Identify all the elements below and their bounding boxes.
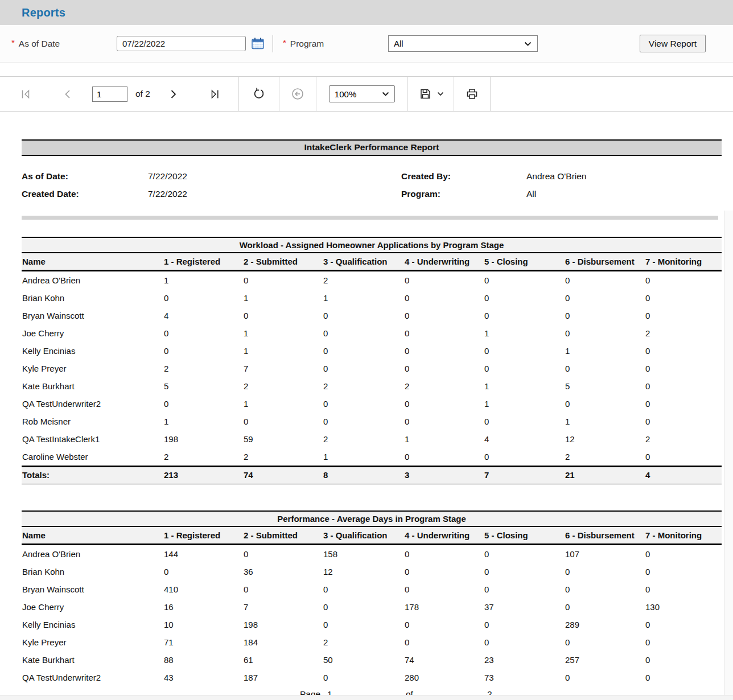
value-cell: 0 <box>645 395 722 413</box>
required-asterisk: * <box>11 38 15 47</box>
value-cell: 1 <box>484 395 565 413</box>
report-title: IntakeClerk Performance Report <box>22 139 722 156</box>
program-label-text: Program <box>290 39 324 49</box>
value-cell: 0 <box>565 633 645 651</box>
value-cell: 37 <box>484 598 565 616</box>
value-cell: 257 <box>565 651 645 669</box>
value-cell: 1 <box>243 324 323 342</box>
first-page-icon[interactable] <box>17 83 34 105</box>
value-cell: 0 <box>484 413 565 430</box>
value-cell: 61 <box>243 651 323 669</box>
table-row: Joe Cherry0100102 <box>22 324 722 342</box>
calendar-icon[interactable] <box>251 37 265 50</box>
value-cell: 2 <box>323 377 404 395</box>
as-of-date-label: * As of Date <box>11 39 117 49</box>
table-row: Kyle Preyer2700000 <box>22 360 722 377</box>
performance-header-row: Name1 - Registered2 - Submitted3 - Quali… <box>22 527 722 545</box>
value-cell: 74 <box>404 651 484 669</box>
name-cell: Kate Burkhart <box>22 377 163 395</box>
totals-value: 8 <box>323 467 404 484</box>
page-number-input[interactable] <box>92 87 127 102</box>
column-header: 1 - Registered <box>163 527 243 545</box>
program-select-value: All <box>394 39 403 48</box>
app-window: Reports * As of Date * Program All Vie <box>0 0 733 700</box>
as-of-date-input[interactable] <box>117 36 246 51</box>
name-cell: Kate Burkhart <box>22 651 163 669</box>
name-cell: Kelly Encinias <box>22 616 163 633</box>
vertical-scrollbar[interactable] <box>724 211 733 695</box>
value-cell: 0 <box>323 324 404 342</box>
totals-value: 3 <box>404 467 484 484</box>
program-select[interactable]: All <box>388 35 538 52</box>
page-title: Reports <box>22 6 65 19</box>
view-report-button[interactable]: View Report <box>640 35 706 52</box>
page-header: Reports <box>0 0 733 25</box>
value-cell: 0 <box>243 271 323 290</box>
value-cell: 0 <box>163 563 243 580</box>
value-cell: 0 <box>645 545 722 563</box>
column-header: 7 - Monitoring <box>645 253 722 271</box>
value-cell: 289 <box>565 616 645 633</box>
name-cell: QA TestUnderwriter2 <box>22 395 163 413</box>
value-cell: 36 <box>243 563 323 580</box>
value-cell: 0 <box>484 448 565 467</box>
workload-table: Name1 - Registered2 - Submitted3 - Quali… <box>22 253 722 484</box>
value-cell: 59 <box>243 430 323 448</box>
value-cell: 0 <box>645 342 722 360</box>
name-cell: Joe Cherry <box>22 598 163 616</box>
value-cell: 0 <box>323 413 404 430</box>
horizontal-scrollbar[interactable] <box>0 695 733 700</box>
name-cell: Brian Kohn <box>22 563 163 580</box>
table-row: Andrea O'Brien1020000 <box>22 271 722 290</box>
program-label: * Program <box>283 39 388 49</box>
value-cell: 0 <box>484 271 565 290</box>
value-cell: 2 <box>565 448 645 467</box>
value-cell: 0 <box>645 669 722 686</box>
name-cell: Bryan Wainscott <box>22 580 163 598</box>
value-cell: 0 <box>404 360 484 377</box>
value-cell: 280 <box>404 669 484 686</box>
value-cell: 43 <box>163 669 243 686</box>
value-cell: 0 <box>565 563 645 580</box>
table-row: Kate Burkhart88615074232570 <box>22 651 722 669</box>
table-row: Kelly Encinias101980002890 <box>22 616 722 633</box>
print-icon[interactable] <box>464 83 481 105</box>
filter-divider <box>273 35 273 52</box>
next-page-icon[interactable] <box>165 83 182 105</box>
table-row: QA TestIntakeClerk119859214122 <box>22 430 722 448</box>
prev-page-icon[interactable] <box>59 83 76 105</box>
value-cell: 0 <box>323 360 404 377</box>
value-cell: 0 <box>484 580 565 598</box>
toolbar-divider <box>238 77 239 111</box>
value-cell: 12 <box>323 563 404 580</box>
value-cell: 0 <box>404 307 484 324</box>
value-cell: 1 <box>323 289 404 307</box>
value-cell: 12 <box>565 430 645 448</box>
value-cell: 0 <box>645 448 722 467</box>
filter-bar: * As of Date * Program All View Report <box>0 25 733 63</box>
performance-table: Name1 - Registered2 - Submitted3 - Quali… <box>22 527 722 686</box>
save-icon[interactable] <box>418 83 444 105</box>
value-cell: 0 <box>645 413 722 430</box>
toolbar-divider <box>316 77 316 111</box>
value-cell: 16 <box>163 598 243 616</box>
column-header: 3 - Qualification <box>323 253 404 271</box>
value-cell: 0 <box>565 598 645 616</box>
chevron-down-icon <box>382 92 389 96</box>
value-cell: 1 <box>404 430 484 448</box>
last-page-icon[interactable] <box>207 83 224 105</box>
value-cell: 0 <box>645 289 722 307</box>
refresh-icon[interactable] <box>250 83 267 105</box>
back-icon[interactable] <box>289 83 306 105</box>
zoom-select[interactable]: 100% <box>329 85 395 102</box>
save-menu-chevron-icon <box>437 92 444 96</box>
value-cell: 7 <box>243 598 323 616</box>
value-cell: 0 <box>323 580 404 598</box>
value-cell: 2 <box>645 324 722 342</box>
value-cell: 1 <box>243 342 323 360</box>
value-cell: 2 <box>323 633 404 651</box>
program-meta-label: Program: <box>401 185 526 203</box>
table-row: Kate Burkhart5222150 <box>22 377 722 395</box>
value-cell: 184 <box>243 633 323 651</box>
value-cell: 0 <box>243 307 323 324</box>
